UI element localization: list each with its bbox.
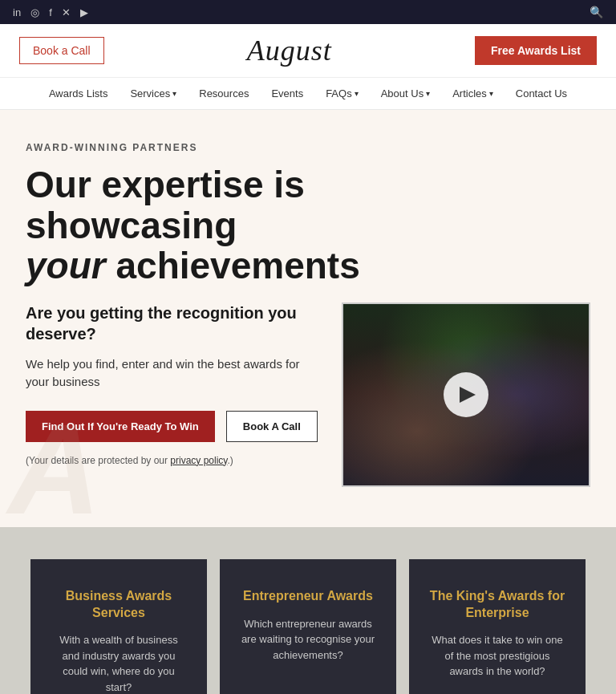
nav-about-us[interactable]: About Us ▾ <box>370 78 441 109</box>
main-nav: Awards Lists Services ▾ Resources Events… <box>0 78 616 110</box>
privacy-policy-link[interactable]: privacy policy <box>170 455 227 466</box>
hero-left-col: Are you getting the recognition you dese… <box>26 302 322 466</box>
nav-contact-us[interactable]: Contact Us <box>505 78 578 109</box>
twitter-x-icon[interactable]: ✕ <box>62 6 71 18</box>
free-awards-button[interactable]: Free Awards List <box>475 36 597 65</box>
card-entrepreneur-awards[interactable]: Entrepreneur Awards Which entrepreneur a… <box>220 559 396 694</box>
card-title: Entrepreneur Awards <box>243 588 373 605</box>
nav-awards-lists[interactable]: Awards Lists <box>38 78 119 109</box>
hero-title-italic: your <box>26 245 106 286</box>
nav-articles[interactable]: Articles ▾ <box>441 78 505 109</box>
hero-buttons: Find Out If You're Ready To Win Book A C… <box>26 411 322 442</box>
find-out-button[interactable]: Find Out If You're Ready To Win <box>26 411 215 442</box>
book-call-hero-button[interactable]: Book A Call <box>226 411 318 442</box>
card-business-awards[interactable]: Business Awards Services With a wealth o… <box>30 559 207 694</box>
nav-events[interactable]: Events <box>260 78 314 109</box>
hero-title-rest: achievements <box>106 245 360 286</box>
privacy-note: (Your details are protected by our priva… <box>26 455 322 466</box>
card-description: What does it take to win one of the most… <box>428 632 566 680</box>
facebook-icon[interactable]: f <box>49 6 52 18</box>
hero-subtitle: Are you getting the recognition you dese… <box>26 302 322 344</box>
chevron-down-icon: ▾ <box>355 89 359 98</box>
hero-description: We help you find, enter and win the best… <box>26 355 322 392</box>
hero-video[interactable] <box>342 302 590 487</box>
hero-content: Are you getting the recognition you dese… <box>26 302 590 487</box>
chevron-down-icon: ▾ <box>489 89 493 98</box>
search-icon[interactable]: 🔍 <box>590 6 603 18</box>
card-kings-awards[interactable]: The King's Awards for Enterprise What do… <box>409 559 586 694</box>
card-title: Business Awards Services <box>50 588 188 622</box>
play-icon <box>460 387 476 403</box>
youtube-icon[interactable]: ▶ <box>80 6 88 18</box>
hero-section: A AWARD-WINNING PARTNERS Our expertise i… <box>0 110 616 527</box>
card-description: With a wealth of business and industry a… <box>50 632 188 694</box>
nav-resources[interactable]: Resources <box>188 78 260 109</box>
chevron-down-icon: ▾ <box>426 89 430 98</box>
hero-tag: AWARD-WINNING PARTNERS <box>26 142 590 153</box>
hero-title: Our expertise is showcasing your achieve… <box>26 164 363 286</box>
hero-title-line1: Our expertise is showcasing <box>26 164 305 246</box>
play-button[interactable] <box>444 372 488 417</box>
instagram-icon[interactable]: ◎ <box>30 6 39 18</box>
chevron-down-icon: ▾ <box>172 89 176 98</box>
site-logo: August <box>247 34 332 67</box>
top-bar: in ◎ f ✕ ▶ 🔍 <box>0 0 616 24</box>
nav-faqs[interactable]: FAQs ▾ <box>314 78 370 109</box>
nav-services[interactable]: Services ▾ <box>119 78 188 109</box>
book-call-button[interactable]: Book a Call <box>19 37 104 64</box>
card-description: Which entrepreneur awards are waiting to… <box>239 616 377 664</box>
linkedin-icon[interactable]: in <box>13 6 21 18</box>
cards-section: Business Awards Services With a wealth o… <box>0 527 616 694</box>
social-icons-group: in ◎ f ✕ ▶ <box>13 6 88 18</box>
card-title: The King's Awards for Enterprise <box>428 588 566 622</box>
header: Book a Call August Free Awards List <box>0 24 616 78</box>
